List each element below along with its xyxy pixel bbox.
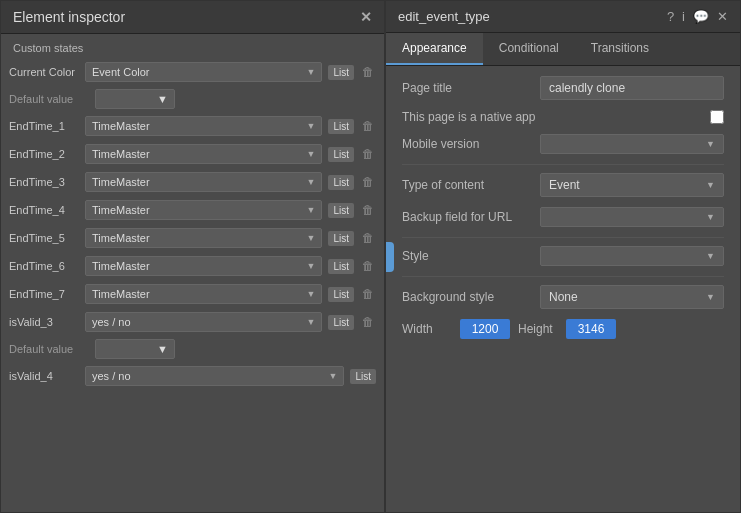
state-value-dropdown-isvalid4[interactable]: yes / no ▼ — [85, 366, 344, 386]
state-row-endtime1: EndTime_1 TimeMaster ▼ List 🗑 — [1, 112, 384, 140]
right-panel-title: edit_event_type — [398, 9, 490, 24]
list-badge-current-color[interactable]: List — [328, 65, 354, 80]
chevron-down-icon: ▼ — [307, 289, 316, 299]
chevron-down-icon: ▼ — [307, 233, 316, 243]
state-value-dropdown-current-color[interactable]: Event Color ▼ — [85, 62, 322, 82]
page-title-row: Page title — [402, 76, 724, 100]
chevron-down-icon: ▼ — [706, 251, 715, 261]
chevron-down-icon: ▼ — [307, 149, 316, 159]
default-value-label2: Default value — [9, 343, 89, 355]
tab-transitions[interactable]: Transitions — [575, 33, 665, 65]
delete-icon-endtime3[interactable]: 🗑 — [360, 175, 376, 189]
mobile-version-row: Mobile version ▼ — [402, 134, 724, 154]
state-name-endtime7: EndTime_7 — [9, 288, 79, 300]
backup-url-label: Backup field for URL — [402, 210, 532, 224]
default-value-label: Default value — [9, 93, 89, 105]
list-badge-endtime1[interactable]: List — [328, 119, 354, 134]
tab-conditional[interactable]: Conditional — [483, 33, 575, 65]
state-value-dropdown-endtime7[interactable]: TimeMaster ▼ — [85, 284, 322, 304]
height-value[interactable]: 3146 — [566, 319, 616, 339]
chevron-down-icon: ▼ — [307, 67, 316, 77]
state-value-dropdown-endtime4[interactable]: TimeMaster ▼ — [85, 200, 322, 220]
page-title-label: Page title — [402, 81, 532, 95]
state-value-dropdown-endtime5[interactable]: TimeMaster ▼ — [85, 228, 322, 248]
style-dropdown[interactable]: ▼ — [540, 246, 724, 266]
background-style-dropdown[interactable]: None ▼ — [540, 285, 724, 309]
chevron-down-icon: ▼ — [157, 343, 168, 355]
list-badge-endtime4[interactable]: List — [328, 203, 354, 218]
native-app-label: This page is a native app — [402, 110, 710, 124]
chevron-down-icon: ▼ — [307, 261, 316, 271]
dimensions-row: Width 1200 Height 3146 — [402, 319, 724, 339]
accent-indicator — [386, 242, 394, 272]
state-name-current-color: Current Color — [9, 66, 79, 78]
state-value-dropdown-isvalid3[interactable]: yes / no ▼ — [85, 312, 322, 332]
state-name-endtime5: EndTime_5 — [9, 232, 79, 244]
delete-icon-endtime2[interactable]: 🗑 — [360, 147, 376, 161]
state-row-isvalid4: isValid_4 yes / no ▼ List — [1, 362, 384, 390]
state-name-endtime1: EndTime_1 — [9, 120, 79, 132]
state-name-endtime2: EndTime_2 — [9, 148, 79, 160]
element-inspector-header: Element inspector ✕ — [1, 1, 384, 34]
list-badge-isvalid4[interactable]: List — [350, 369, 376, 384]
width-label: Width — [402, 322, 452, 336]
form-area: Page title This page is a native app Mob… — [386, 66, 740, 507]
delete-icon-endtime1[interactable]: 🗑 — [360, 119, 376, 133]
chevron-down-icon: ▼ — [307, 177, 316, 187]
panel-title: Element inspector — [13, 9, 125, 25]
list-badge-endtime5[interactable]: List — [328, 231, 354, 246]
backup-url-dropdown[interactable]: ▼ — [540, 207, 724, 227]
native-app-row: This page is a native app — [402, 110, 724, 124]
delete-icon-endtime4[interactable]: 🗑 — [360, 203, 376, 217]
state-value-dropdown-endtime1[interactable]: TimeMaster ▼ — [85, 116, 322, 136]
state-row-endtime4: EndTime_4 TimeMaster ▼ List 🗑 — [1, 196, 384, 224]
info-icon[interactable]: i — [682, 9, 685, 24]
state-row-endtime6: EndTime_6 TimeMaster ▼ List 🗑 — [1, 252, 384, 280]
mobile-version-dropdown[interactable]: ▼ — [540, 134, 724, 154]
custom-states-label: Custom states — [1, 34, 384, 58]
right-panel: edit_event_type ? i 💬 ✕ Appearance Condi… — [385, 0, 741, 513]
page-title-input[interactable] — [540, 76, 724, 100]
chevron-down-icon: ▼ — [307, 317, 316, 327]
help-icon[interactable]: ? — [667, 9, 674, 24]
list-badge-isvalid3[interactable]: List — [328, 315, 354, 330]
list-badge-endtime6[interactable]: List — [328, 259, 354, 274]
delete-icon-current-color[interactable]: 🗑 — [360, 65, 376, 79]
state-row-endtime2: EndTime_2 TimeMaster ▼ List 🗑 — [1, 140, 384, 168]
background-style-row: Background style None ▼ — [402, 285, 724, 309]
native-app-checkbox[interactable] — [710, 110, 724, 124]
height-label: Height — [518, 322, 558, 336]
chevron-down-icon: ▼ — [307, 121, 316, 131]
delete-icon-endtime6[interactable]: 🗑 — [360, 259, 376, 273]
state-row-isvalid3: isValid_3 yes / no ▼ List 🗑 — [1, 308, 384, 336]
state-row-endtime7: EndTime_7 TimeMaster ▼ List 🗑 — [1, 280, 384, 308]
state-name-endtime3: EndTime_3 — [9, 176, 79, 188]
state-value-dropdown-endtime3[interactable]: TimeMaster ▼ — [85, 172, 322, 192]
close-button[interactable]: ✕ — [360, 9, 372, 25]
header-icons: ? i 💬 ✕ — [667, 9, 728, 24]
type-of-content-label: Type of content — [402, 178, 532, 192]
chevron-down-icon: ▼ — [157, 93, 168, 105]
chevron-down-icon: ▼ — [329, 371, 338, 381]
tab-bar: Appearance Conditional Transitions — [386, 33, 740, 66]
list-badge-endtime7[interactable]: List — [328, 287, 354, 302]
list-badge-endtime3[interactable]: List — [328, 175, 354, 190]
state-row-current-color: Current Color Event Color ▼ List 🗑 — [1, 58, 384, 86]
comment-icon[interactable]: 💬 — [693, 9, 709, 24]
close-right-button[interactable]: ✕ — [717, 9, 728, 24]
default-value-dropdown2[interactable]: ▼ — [95, 339, 175, 359]
type-of-content-dropdown[interactable]: Event ▼ — [540, 173, 724, 197]
delete-icon-isvalid3[interactable]: 🗑 — [360, 315, 376, 329]
state-value-dropdown-endtime2[interactable]: TimeMaster ▼ — [85, 144, 322, 164]
mobile-version-label: Mobile version — [402, 137, 532, 151]
background-style-label: Background style — [402, 290, 532, 304]
width-value[interactable]: 1200 — [460, 319, 510, 339]
tab-appearance[interactable]: Appearance — [386, 33, 483, 65]
state-value-dropdown-endtime6[interactable]: TimeMaster ▼ — [85, 256, 322, 276]
delete-icon-endtime7[interactable]: 🗑 — [360, 287, 376, 301]
default-value-dropdown[interactable]: ▼ — [95, 89, 175, 109]
state-row-endtime5: EndTime_5 TimeMaster ▼ List 🗑 — [1, 224, 384, 252]
state-name-isvalid4: isValid_4 — [9, 370, 79, 382]
delete-icon-endtime5[interactable]: 🗑 — [360, 231, 376, 245]
list-badge-endtime2[interactable]: List — [328, 147, 354, 162]
